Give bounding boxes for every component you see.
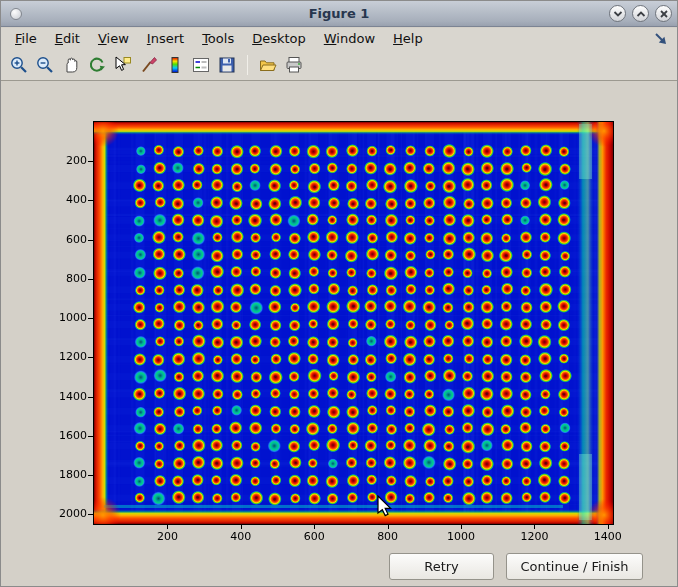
data-cursor-button[interactable] bbox=[111, 53, 135, 77]
open-button[interactable] bbox=[256, 53, 280, 77]
zoom-out-icon bbox=[35, 55, 55, 75]
maximize-button[interactable] bbox=[632, 5, 649, 22]
window-controls bbox=[609, 5, 672, 22]
folder-icon bbox=[258, 55, 278, 75]
menu-insert[interactable]: Insert bbox=[138, 29, 193, 48]
window-title: Figure 1 bbox=[1, 6, 677, 21]
menubar: File Edit View Insert Tools Desktop Wind… bbox=[1, 28, 677, 49]
brush-icon bbox=[139, 55, 159, 75]
dock-arrow-icon bbox=[652, 30, 670, 48]
colorbar-button[interactable] bbox=[163, 53, 187, 77]
menu-edit[interactable]: Edit bbox=[46, 29, 89, 48]
menu-view[interactable]: View bbox=[89, 29, 138, 48]
legend-icon bbox=[191, 55, 211, 75]
rotate-3d-button[interactable] bbox=[85, 53, 109, 77]
continue-finish-button[interactable]: Continue / Finish bbox=[506, 553, 643, 580]
close-icon bbox=[657, 7, 671, 21]
zoom-in-icon bbox=[9, 55, 29, 75]
menu-file[interactable]: File bbox=[6, 29, 46, 48]
minimize-button[interactable] bbox=[609, 5, 626, 22]
heatmap-image[interactable] bbox=[94, 122, 613, 524]
menu-help[interactable]: Help bbox=[384, 29, 432, 48]
rotate-icon bbox=[87, 55, 107, 75]
figure-window: Figure 1 File Edit View Insert Tools Des… bbox=[0, 0, 678, 587]
floppy-disk-icon bbox=[217, 55, 237, 75]
menu-tools[interactable]: Tools bbox=[193, 29, 243, 48]
retry-button[interactable]: Retry bbox=[389, 553, 494, 580]
menu-desktop[interactable]: Desktop bbox=[243, 29, 315, 48]
dock-figure-button[interactable] bbox=[652, 30, 670, 48]
zoom-in-button[interactable] bbox=[7, 53, 31, 77]
print-button[interactable] bbox=[282, 53, 306, 77]
insert-legend-button[interactable] bbox=[189, 53, 213, 77]
data-cursor-icon bbox=[113, 55, 133, 75]
hand-icon bbox=[61, 55, 81, 75]
brush-button[interactable] bbox=[137, 53, 161, 77]
printer-icon bbox=[284, 55, 304, 75]
plot-axes bbox=[93, 121, 614, 525]
menu-window[interactable]: Window bbox=[315, 29, 384, 48]
figure-toolbar bbox=[1, 49, 677, 81]
save-button[interactable] bbox=[215, 53, 239, 77]
toolbar-separator bbox=[247, 55, 248, 75]
pan-button[interactable] bbox=[59, 53, 83, 77]
chevron-up-icon bbox=[634, 7, 648, 21]
close-button[interactable] bbox=[655, 5, 672, 22]
zoom-out-button[interactable] bbox=[33, 53, 57, 77]
titlebar[interactable]: Figure 1 bbox=[1, 1, 677, 27]
chevron-down-icon bbox=[611, 7, 625, 21]
colorbar-icon bbox=[165, 55, 185, 75]
